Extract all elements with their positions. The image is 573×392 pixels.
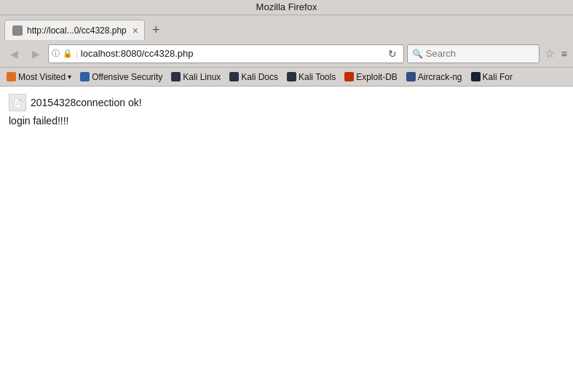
document-icon: 📄 bbox=[13, 99, 22, 107]
bookmark-arrow-0: ▾ bbox=[68, 73, 71, 81]
bookmark-label-5: Exploit-DB bbox=[356, 72, 398, 82]
info-icon: ⓘ bbox=[52, 48, 60, 59]
titlebar-text: Mozilla Firefox bbox=[256, 1, 317, 12]
bookmark-item-3[interactable]: Kali Docs bbox=[226, 71, 282, 83]
separator: | bbox=[76, 49, 78, 58]
bookmark-label-0: Most Visited bbox=[18, 72, 66, 82]
lock-icon: 🔒 bbox=[63, 49, 73, 58]
search-bar-container: 🔍 bbox=[407, 44, 540, 63]
navbar: ◀ ▶ ⓘ 🔒 | ↻ 🔍 ☆ ≡ bbox=[0, 40, 573, 68]
bookmark-label-6: Aircrack-ng bbox=[418, 72, 462, 82]
bookmark-star-button[interactable]: ☆ bbox=[542, 47, 557, 60]
bookmark-item-0[interactable]: Most Visited▾ bbox=[3, 71, 75, 83]
tab-favicon bbox=[12, 25, 23, 36]
bookmarks-bar: Most Visited▾Offensive SecurityKali Linu… bbox=[0, 68, 573, 87]
back-button[interactable]: ◀ bbox=[4, 44, 23, 63]
bookmark-favicon-3 bbox=[229, 72, 239, 81]
menu-button[interactable]: ≡ bbox=[560, 48, 569, 60]
reload-icon: ↻ bbox=[388, 48, 397, 60]
bookmark-label-2: Kali Linux bbox=[183, 72, 221, 82]
connection-text: 20154328connection ok! bbox=[31, 97, 142, 108]
search-input[interactable] bbox=[426, 48, 548, 59]
bookmark-item-5[interactable]: Exploit-DB bbox=[341, 71, 401, 83]
bookmark-label-1: Offensive Security bbox=[92, 72, 162, 82]
bookmark-label-3: Kali Docs bbox=[241, 72, 278, 82]
page-content: 📄 20154328connection ok! login failed!!!… bbox=[0, 87, 573, 392]
back-icon: ◀ bbox=[10, 48, 18, 60]
bookmark-favicon-0 bbox=[7, 72, 16, 81]
login-failed-text: login failed!!!! bbox=[9, 115, 69, 127]
bookmark-item-2[interactable]: Kali Linux bbox=[167, 71, 224, 83]
url-bar-container: ⓘ 🔒 | ↻ bbox=[48, 44, 404, 63]
content-line1: 📄 20154328connection ok! bbox=[9, 94, 564, 111]
bookmark-favicon-6 bbox=[406, 72, 416, 81]
bookmark-label-7: Kali For bbox=[483, 72, 513, 82]
url-input[interactable] bbox=[81, 48, 382, 59]
search-icon: 🔍 bbox=[412, 49, 423, 59]
active-tab[interactable]: http://local...0/cc4328.php × bbox=[4, 20, 145, 40]
bookmark-label-4: Kali Tools bbox=[299, 72, 336, 82]
titlebar: Mozilla Firefox bbox=[0, 0, 573, 15]
bookmark-favicon-7 bbox=[471, 72, 481, 81]
content-line2: login failed!!!! bbox=[9, 114, 564, 127]
bookmark-favicon-5 bbox=[344, 72, 354, 81]
new-tab-button[interactable]: + bbox=[148, 20, 165, 40]
bookmark-favicon-2 bbox=[171, 72, 181, 81]
forward-icon: ▶ bbox=[32, 48, 40, 60]
bookmark-favicon-1 bbox=[80, 72, 90, 81]
forward-button[interactable]: ▶ bbox=[26, 44, 45, 63]
tab-close-button[interactable]: × bbox=[133, 25, 138, 36]
bookmark-item-6[interactable]: Aircrack-ng bbox=[403, 71, 466, 83]
bookmark-item-1[interactable]: Offensive Security bbox=[76, 71, 166, 83]
bookmark-item-4[interactable]: Kali Tools bbox=[283, 71, 339, 83]
bookmark-favicon-4 bbox=[287, 72, 296, 81]
page-icon: 📄 bbox=[9, 94, 26, 111]
bookmark-item-7[interactable]: Kali For bbox=[467, 71, 516, 83]
reload-button[interactable]: ↻ bbox=[384, 46, 400, 62]
tab-title: http://local...0/cc4328.php bbox=[27, 25, 127, 36]
tabbar: http://local...0/cc4328.php × + bbox=[0, 15, 573, 40]
